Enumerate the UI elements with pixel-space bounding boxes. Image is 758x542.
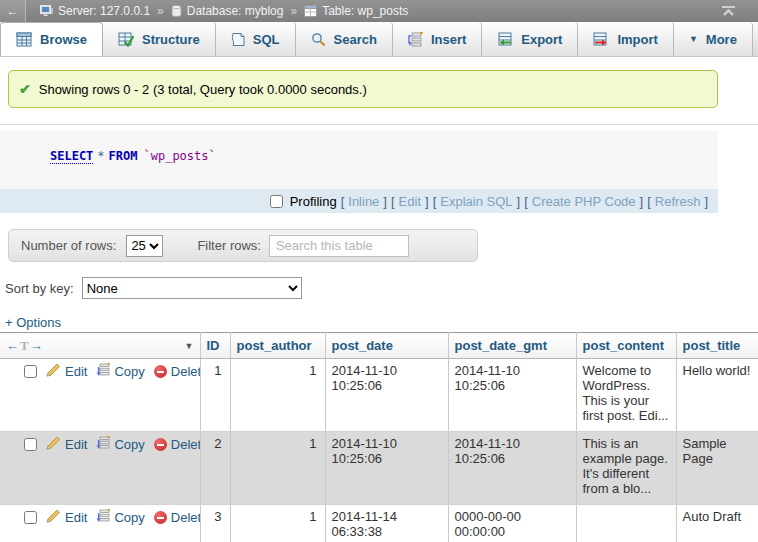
- column-header-post-date[interactable]: post_date: [325, 333, 448, 359]
- tab-export[interactable]: Export: [482, 22, 578, 56]
- header-dropdown-icon[interactable]: ▼: [185, 341, 194, 351]
- sql-star: *: [97, 149, 104, 163]
- copy-label: Copy: [114, 510, 144, 525]
- header-row: ←T→ ▼ ID post_author post_date post_date…: [0, 333, 758, 359]
- row-checkbox[interactable]: [24, 365, 37, 378]
- delete-icon: [154, 365, 167, 378]
- cell-post-date: 2014-11-14 06:33:38: [325, 505, 448, 542]
- sort-by-key-select[interactable]: None: [82, 277, 302, 299]
- sql-keyword-select[interactable]: SELECT: [50, 149, 93, 164]
- breadcrumb: Server: 127.0.0.1 » Database: myblog » T…: [40, 4, 408, 18]
- cell-post-date-gmt: 2014-11-10 10:25:06: [448, 359, 576, 432]
- tab-label: Browse: [40, 32, 87, 47]
- copy-icon: [96, 363, 110, 380]
- cell-post-author: 1: [230, 359, 325, 432]
- copy-row-link[interactable]: Copy: [96, 436, 144, 453]
- tab-label: Search: [334, 32, 377, 47]
- column-header-post-content[interactable]: post_content: [576, 333, 676, 359]
- bracket: [: [433, 194, 437, 209]
- cell-id: 1: [200, 359, 230, 432]
- cell-post-date-gmt: 2014-11-10 10:25:06: [448, 432, 576, 505]
- filter-rows-label: Filter rows:: [197, 238, 261, 253]
- column-header-post-author[interactable]: post_author: [230, 333, 325, 359]
- column-header-post-date-gmt[interactable]: post_date_gmt: [448, 333, 576, 359]
- collapse-navigation-icon[interactable]: [721, 5, 736, 17]
- row-checkbox[interactable]: [24, 438, 37, 451]
- tab-browse[interactable]: Browse: [0, 22, 103, 56]
- back-button[interactable]: ←: [0, 0, 26, 22]
- create-php-code-link[interactable]: Create PHP Code: [532, 194, 636, 209]
- success-message: ✔ Showing rows 0 - 2 (3 total, Query too…: [8, 70, 718, 108]
- copy-icon: [96, 509, 110, 526]
- row-checkbox[interactable]: [24, 511, 37, 524]
- structure-icon: [118, 32, 134, 47]
- bracket: ]: [704, 194, 708, 209]
- breadcrumb-server[interactable]: Server: 127.0.0.1: [58, 4, 150, 18]
- back-arrow-icon: ←: [7, 4, 19, 18]
- table-row: Edit Copy Delete 1 1 2014-11-10 10:25:06…: [0, 359, 758, 432]
- edit-row-link[interactable]: Edit: [46, 363, 87, 380]
- copy-row-link[interactable]: Copy: [96, 509, 144, 526]
- table-row: Edit Copy Delete 3 1 2014-11-14 06:33:38…: [0, 505, 758, 542]
- delete-label: Delete: [171, 510, 200, 525]
- tab-label: Insert: [431, 32, 466, 47]
- breadcrumb-table[interactable]: Table: wp_posts: [322, 4, 408, 18]
- inline-link[interactable]: Inline: [348, 194, 379, 209]
- select-all-header[interactable]: ←T→ ▼: [0, 333, 200, 359]
- pencil-icon: [46, 436, 61, 453]
- delete-row-link[interactable]: Delete: [154, 364, 200, 379]
- cell-post-date: 2014-11-10 10:25:06: [325, 359, 448, 432]
- cell-post-content: [576, 505, 676, 542]
- tab-structure[interactable]: Structure: [103, 22, 216, 56]
- tab-bar: Browse Structure SQL Search Insert Expor…: [0, 22, 758, 57]
- breadcrumb-bar: ← Server: 127.0.0.1 » Database: myblog »…: [0, 0, 758, 22]
- server-icon: [40, 5, 53, 17]
- sort-by-key-label: Sort by key:: [5, 281, 74, 296]
- cell-post-title: Sample Page: [676, 432, 758, 505]
- column-header-id[interactable]: ID: [200, 333, 230, 359]
- profiling-checkbox[interactable]: [270, 195, 283, 208]
- profiling-label: Profiling: [290, 194, 337, 209]
- number-of-rows-select[interactable]: 25: [126, 235, 163, 257]
- sql-keyword-from: FROM: [109, 149, 138, 163]
- pencil-icon: [46, 509, 61, 526]
- edit-query-link[interactable]: Edit: [399, 194, 421, 209]
- sql-table-identifier: `wp_posts`: [144, 149, 216, 163]
- bracket: [: [391, 194, 395, 209]
- delete-row-link[interactable]: Delete: [154, 437, 200, 452]
- table-row: Edit Copy Delete 2 1 2014-11-10 10:25:06…: [0, 432, 758, 505]
- section-divider: [0, 124, 758, 125]
- breadcrumb-database[interactable]: Database: myblog: [187, 4, 284, 18]
- explain-sql-link[interactable]: Explain SQL: [440, 194, 512, 209]
- delete-row-link[interactable]: Delete: [154, 510, 200, 525]
- copy-label: Copy: [114, 437, 144, 452]
- copy-row-link[interactable]: Copy: [96, 363, 144, 380]
- copy-label: Copy: [114, 364, 144, 379]
- delete-label: Delete: [171, 437, 200, 452]
- cell-post-title: Auto Draft: [676, 505, 758, 542]
- tab-search[interactable]: Search: [296, 22, 393, 56]
- success-message-text: Showing rows 0 - 2 (3 total, Query took …: [39, 82, 367, 97]
- breadcrumb-separator: »: [157, 4, 164, 18]
- column-header-post-title[interactable]: post_title: [676, 333, 758, 359]
- column-t-icon: T: [20, 338, 29, 353]
- options-toggle-link[interactable]: + Options: [5, 315, 61, 330]
- tab-insert[interactable]: Insert: [393, 22, 482, 56]
- cell-id: 3: [200, 505, 230, 542]
- edit-row-link[interactable]: Edit: [46, 436, 87, 453]
- bracket: [: [524, 194, 528, 209]
- arrow-right-icon: →: [30, 338, 43, 353]
- edit-row-link[interactable]: Edit: [46, 509, 87, 526]
- breadcrumb-separator: »: [290, 4, 297, 18]
- tab-sql[interactable]: SQL: [216, 22, 296, 56]
- arrow-left-icon: ←: [6, 338, 19, 353]
- profiling-bar: Profiling [ Inline ] [ Edit ] [ Explain …: [0, 189, 718, 213]
- sql-icon: [231, 32, 245, 47]
- number-of-rows-label: Number of rows:: [21, 238, 116, 253]
- refresh-link[interactable]: Refresh: [655, 194, 701, 209]
- bracket: [: [647, 194, 651, 209]
- tab-more[interactable]: ▼ More: [674, 22, 753, 56]
- filter-rows-input[interactable]: [269, 235, 409, 257]
- edit-label: Edit: [65, 510, 87, 525]
- tab-import[interactable]: Import: [578, 22, 673, 56]
